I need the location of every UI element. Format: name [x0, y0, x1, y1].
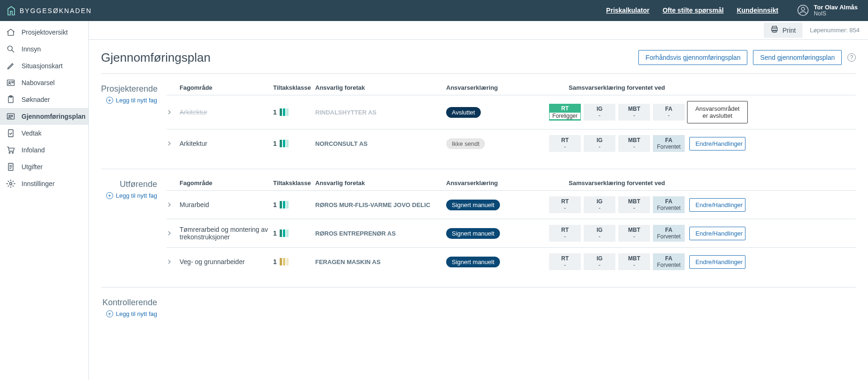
- toolbar: Print Løpenummer: 854: [89, 21, 868, 40]
- add-subject-button[interactable]: +Legg til nytt fag: [101, 192, 157, 199]
- phase-cell-mbt: MBT-: [618, 104, 650, 121]
- col-fagomrade: Fagområde: [180, 84, 273, 91]
- sidebar-item-doc-check[interactable]: Vedtak: [0, 125, 88, 142]
- fagomrade-cell: Veg- og grunnarbeider: [180, 258, 273, 265]
- section-prosjekterende: Prosjekterende+Legg til nytt fagFagområd…: [101, 73, 856, 169]
- phase-cell-fa: FAForventet: [653, 253, 685, 270]
- col-foretak: Ansvarlig foretak: [315, 84, 446, 91]
- expand-row-icon[interactable]: [166, 109, 180, 115]
- table-row: Tømrerarbeid og montering av trekonstruk…: [166, 219, 856, 247]
- table-row: Veg- og grunnarbeider1FERAGEN MASKIN ASS…: [166, 247, 856, 276]
- section-kontrollerende: Kontrollerende+Legg til nytt fag: [101, 287, 856, 329]
- action-cell: Endre/Handlinger: [685, 227, 750, 240]
- svg-point-9: [11, 115, 13, 117]
- tiltaksklasse-cell: 1: [273, 229, 315, 237]
- sidebar-item-team[interactable]: Gjennomføringsplan: [0, 108, 88, 125]
- send-plan-button[interactable]: Send gjennomføringsplan: [753, 50, 842, 65]
- col-ansvar: Ansvarserklæring: [446, 179, 549, 186]
- page-head: Gjennomføringsplan Forhåndsvis gjennomfø…: [101, 46, 856, 73]
- col-tiltaksklasse: Tiltaksklasse: [273, 179, 315, 186]
- status-cell: Avsluttet: [446, 107, 549, 118]
- section-body: FagområdeTiltaksklasseAnsvarlig foretakA…: [166, 84, 856, 158]
- doc-check-icon: [6, 129, 16, 138]
- svg-rect-17: [773, 30, 776, 33]
- clipboard-icon: [6, 95, 16, 104]
- user-avatar-icon: [797, 4, 809, 16]
- tiltaksklasse-cell: 1: [273, 108, 315, 116]
- action-cell: Endre/Handlinger: [685, 255, 750, 269]
- phase-cell-fa: FAForventet: [653, 135, 685, 152]
- page-actions: Forhåndsvis gjennomføringsplan Send gjen…: [638, 50, 856, 65]
- tiltak-bars: [280, 140, 289, 147]
- foretak-cell: RØROS MUR-FLIS-VARME JOVO DELIC: [315, 201, 446, 208]
- edit-actions-button[interactable]: Endre/Handlinger: [689, 198, 745, 212]
- col-samsvar: Samsvarserklæring forventet ved: [549, 84, 685, 91]
- foretak-cell: RINDALSHYTTER AS: [315, 109, 446, 116]
- foretak-cell: NORCONSULT AS: [315, 140, 446, 147]
- svg-point-4: [9, 82, 10, 83]
- phase-cell-ig: IG-: [584, 253, 615, 270]
- sidebar-item-label: Gjennomføringsplan: [22, 113, 86, 120]
- header-links: Priskalkulator Ofte stilte spørsmål Kund…: [606, 7, 778, 14]
- search-icon: [6, 44, 16, 54]
- table-row: Murarbeid1RØROS MUR-FLIS-VARME JOVO DELI…: [166, 190, 856, 219]
- add-subject-button[interactable]: +Legg til nytt fag: [101, 310, 157, 317]
- expand-row-icon[interactable]: [166, 230, 180, 236]
- phase-cell-ig: IG-: [584, 135, 615, 152]
- add-subject-button[interactable]: +Legg til nytt fag: [101, 97, 157, 104]
- section-title: Prosjekterende: [101, 84, 157, 94]
- col-fagomrade: Fagområde: [180, 179, 273, 186]
- main: Print Løpenummer: 854 Gjennomføringsplan…: [89, 21, 868, 380]
- sidebar-item-home[interactable]: Prosjektoversikt: [0, 24, 88, 41]
- phase-cell-mbt: MBT-: [618, 253, 650, 270]
- phase-cell-ig: IG-: [584, 104, 615, 121]
- edit-actions-button[interactable]: Endre/Handlinger: [689, 137, 745, 151]
- expand-row-icon[interactable]: [166, 141, 180, 146]
- svg-point-11: [9, 152, 10, 154]
- edit-actions-button[interactable]: Endre/Handlinger: [689, 227, 745, 240]
- header-link-pricecalc[interactable]: Priskalkulator: [606, 7, 650, 14]
- user-block[interactable]: Tor Olav Almås NoIS: [797, 4, 858, 17]
- help-icon[interactable]: ?: [847, 53, 856, 62]
- brand[interactable]: BYGGESØKNADEN: [7, 6, 92, 16]
- plus-icon: +: [106, 310, 113, 317]
- header-link-insight[interactable]: Kundeinnsikt: [737, 7, 778, 14]
- sidebar-item-gear[interactable]: Innstillinger: [0, 175, 88, 192]
- sidebar-item-label: Utgifter: [22, 163, 43, 171]
- sidebar-item-cart[interactable]: Infoland: [0, 142, 88, 158]
- phase-row: RTForeliggerIG-MBT-FA-: [549, 104, 685, 121]
- phase-cell-fa: FAForventet: [653, 225, 685, 242]
- expand-row-icon[interactable]: [166, 202, 180, 208]
- status-pill: Signert manuelt: [446, 228, 500, 239]
- sidebar-item-search[interactable]: Innsyn: [0, 41, 88, 57]
- foretak-cell: FERAGEN MASKIN AS: [315, 258, 446, 265]
- svg-point-1: [802, 7, 805, 11]
- sidebar-item-idcard[interactable]: Nabovarsel: [0, 74, 88, 91]
- preview-plan-button[interactable]: Forhåndsvis gjennomføringsplan: [638, 50, 747, 65]
- gear-icon: [6, 179, 16, 188]
- sidebar-item-pencil[interactable]: Situasjonskart: [0, 57, 88, 74]
- fagomrade-cell: Arkitektur: [180, 108, 273, 116]
- section-title: Kontrollerende: [101, 298, 157, 308]
- action-cell: Ansvarsområdet er avsluttet: [685, 101, 750, 123]
- edit-actions-button[interactable]: Endre/Handlinger: [689, 255, 745, 269]
- print-button[interactable]: Print: [764, 22, 803, 38]
- phase-cell-rt: RT-: [549, 225, 581, 242]
- table-row: Arkitektur1RINDALSHYTTER ASAvsluttetRTFo…: [166, 95, 856, 129]
- fagomrade-cell: Tømrerarbeid og montering av trekonstruk…: [180, 226, 273, 241]
- status-pill: Signert manuelt: [446, 257, 500, 267]
- phase-cell-rt: RTForeligger: [549, 104, 581, 121]
- expand-row-icon[interactable]: [166, 259, 180, 265]
- col-samsvar: Samsvarserklæring forventet ved: [549, 179, 685, 186]
- phase-cell-ig: IG-: [584, 225, 615, 242]
- sidebar-item-doc[interactable]: Utgifter: [0, 158, 88, 175]
- sidebar-item-clipboard[interactable]: Søknader: [0, 91, 88, 108]
- status-pill: Ikke sendt: [446, 138, 485, 149]
- sidebar-item-label: Vedtak: [22, 129, 42, 137]
- tiltaksklasse-cell: 1: [273, 140, 315, 147]
- doc-icon: [6, 162, 16, 172]
- action-cell: Endre/Handlinger: [685, 198, 750, 212]
- header-link-faq[interactable]: Ofte stilte spørsmål: [663, 7, 724, 14]
- svg-point-8: [9, 115, 10, 117]
- foretak-cell: RØROS ENTREPRENØR AS: [315, 230, 446, 237]
